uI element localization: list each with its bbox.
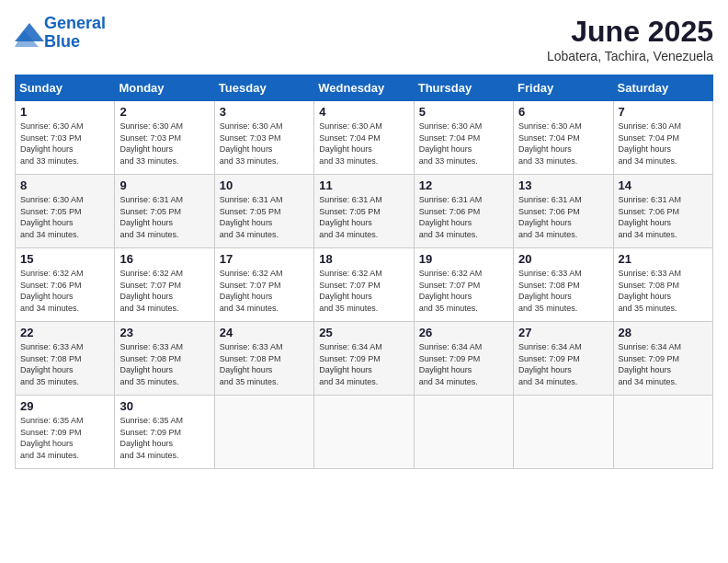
calendar-cell xyxy=(414,396,513,469)
day-number: 30 xyxy=(119,399,209,413)
day-number: 16 xyxy=(119,252,209,266)
day-number: 20 xyxy=(518,252,608,266)
day-number: 24 xyxy=(220,326,309,339)
calendar-cell: 27 Sunrise: 6:34 AM Sunset: 7:09 PM Dayl… xyxy=(514,322,613,396)
cell-info: Sunrise: 6:30 AM Sunset: 7:04 PM Dayligh… xyxy=(619,121,708,167)
calendar-cell: 16 Sunrise: 6:32 AM Sunset: 7:07 PM Dayl… xyxy=(115,248,214,322)
calendar-cell: 19 Sunrise: 6:32 AM Sunset: 7:07 PM Dayl… xyxy=(414,248,513,322)
cell-info: Sunrise: 6:32 AM Sunset: 7:07 PM Dayligh… xyxy=(319,268,408,314)
calendar-cell: 24 Sunrise: 6:33 AM Sunset: 7:08 PM Dayl… xyxy=(214,322,313,396)
cell-info: Sunrise: 6:33 AM Sunset: 7:08 PM Dayligh… xyxy=(518,268,608,314)
day-number: 11 xyxy=(319,178,408,192)
cell-info: Sunrise: 6:31 AM Sunset: 7:05 PM Dayligh… xyxy=(220,194,309,240)
cell-info: Sunrise: 6:31 AM Sunset: 7:05 PM Dayligh… xyxy=(119,194,209,240)
day-number: 23 xyxy=(119,326,209,339)
day-number: 5 xyxy=(419,105,508,119)
calendar-cell: 1 Sunrise: 6:30 AM Sunset: 7:03 PM Dayli… xyxy=(16,101,115,175)
cell-info: Sunrise: 6:30 AM Sunset: 7:03 PM Dayligh… xyxy=(220,121,309,167)
calendar-cell: 21 Sunrise: 6:33 AM Sunset: 7:08 PM Dayl… xyxy=(613,248,712,322)
day-number: 12 xyxy=(419,178,508,192)
month-title: June 2025 xyxy=(547,15,713,49)
cell-info: Sunrise: 6:35 AM Sunset: 7:09 PM Dayligh… xyxy=(119,415,209,461)
day-number: 17 xyxy=(220,252,309,266)
location: Lobatera, Tachira, Venezuela xyxy=(547,49,713,63)
calendar-cell: 8 Sunrise: 6:30 AM Sunset: 7:05 PM Dayli… xyxy=(16,175,115,248)
cell-info: Sunrise: 6:33 AM Sunset: 7:08 PM Dayligh… xyxy=(20,341,109,387)
day-number: 18 xyxy=(319,252,408,266)
calendar-cell: 4 Sunrise: 6:30 AM Sunset: 7:04 PM Dayli… xyxy=(314,101,414,175)
cell-info: Sunrise: 6:32 AM Sunset: 7:07 PM Dayligh… xyxy=(419,268,508,314)
weekday-header-thursday: Thursday xyxy=(414,75,513,101)
cell-info: Sunrise: 6:30 AM Sunset: 7:04 PM Dayligh… xyxy=(518,121,608,167)
weekday-header-sunday: Sunday xyxy=(16,75,115,101)
cell-info: Sunrise: 6:31 AM Sunset: 7:06 PM Dayligh… xyxy=(619,194,708,240)
calendar-cell: 28 Sunrise: 6:34 AM Sunset: 7:09 PM Dayl… xyxy=(613,322,712,396)
calendar-cell: 10 Sunrise: 6:31 AM Sunset: 7:05 PM Dayl… xyxy=(214,175,313,248)
cell-info: Sunrise: 6:32 AM Sunset: 7:06 PM Dayligh… xyxy=(20,268,109,314)
day-number: 21 xyxy=(619,252,708,266)
day-number: 7 xyxy=(619,105,708,119)
cell-info: Sunrise: 6:32 AM Sunset: 7:07 PM Dayligh… xyxy=(220,268,309,314)
day-number: 25 xyxy=(319,326,408,339)
weekday-header-monday: Monday xyxy=(115,75,214,101)
calendar-cell: 23 Sunrise: 6:33 AM Sunset: 7:08 PM Dayl… xyxy=(115,322,214,396)
cell-info: Sunrise: 6:33 AM Sunset: 7:08 PM Dayligh… xyxy=(619,268,708,314)
day-number: 1 xyxy=(20,105,109,119)
calendar-cell: 29 Sunrise: 6:35 AM Sunset: 7:09 PM Dayl… xyxy=(16,396,115,469)
logo-text: General Blue xyxy=(44,15,106,52)
calendar-cell: 2 Sunrise: 6:30 AM Sunset: 7:03 PM Dayli… xyxy=(115,101,214,175)
calendar-cell: 25 Sunrise: 6:34 AM Sunset: 7:09 PM Dayl… xyxy=(314,322,414,396)
day-number: 26 xyxy=(419,326,508,339)
cell-info: Sunrise: 6:33 AM Sunset: 7:08 PM Dayligh… xyxy=(119,341,209,387)
cell-info: Sunrise: 6:30 AM Sunset: 7:04 PM Dayligh… xyxy=(319,121,408,167)
calendar-cell: 5 Sunrise: 6:30 AM Sunset: 7:04 PM Dayli… xyxy=(414,101,513,175)
calendar-cell: 9 Sunrise: 6:31 AM Sunset: 7:05 PM Dayli… xyxy=(115,175,214,248)
calendar-cell: 11 Sunrise: 6:31 AM Sunset: 7:05 PM Dayl… xyxy=(314,175,414,248)
cell-info: Sunrise: 6:30 AM Sunset: 7:03 PM Dayligh… xyxy=(20,121,109,167)
cell-info: Sunrise: 6:32 AM Sunset: 7:07 PM Dayligh… xyxy=(119,268,209,314)
cell-info: Sunrise: 6:31 AM Sunset: 7:05 PM Dayligh… xyxy=(319,194,408,240)
cell-info: Sunrise: 6:30 AM Sunset: 7:04 PM Dayligh… xyxy=(419,121,508,167)
cell-info: Sunrise: 6:31 AM Sunset: 7:06 PM Dayligh… xyxy=(518,194,608,240)
cell-info: Sunrise: 6:30 AM Sunset: 7:05 PM Dayligh… xyxy=(20,194,109,240)
day-number: 2 xyxy=(119,105,209,119)
day-number: 10 xyxy=(220,178,309,192)
day-number: 8 xyxy=(20,178,109,192)
day-number: 19 xyxy=(419,252,508,266)
weekday-header-saturday: Saturday xyxy=(613,75,712,101)
calendar-cell: 6 Sunrise: 6:30 AM Sunset: 7:04 PM Dayli… xyxy=(514,101,613,175)
day-number: 27 xyxy=(518,326,608,339)
cell-info: Sunrise: 6:34 AM Sunset: 7:09 PM Dayligh… xyxy=(518,341,608,387)
day-number: 15 xyxy=(20,252,109,266)
calendar-cell: 3 Sunrise: 6:30 AM Sunset: 7:03 PM Dayli… xyxy=(214,101,313,175)
calendar-cell: 15 Sunrise: 6:32 AM Sunset: 7:06 PM Dayl… xyxy=(16,248,115,322)
calendar-cell: 18 Sunrise: 6:32 AM Sunset: 7:07 PM Dayl… xyxy=(314,248,414,322)
weekday-header-wednesday: Wednesday xyxy=(314,75,414,101)
weekday-header-friday: Friday xyxy=(514,75,613,101)
calendar-cell: 30 Sunrise: 6:35 AM Sunset: 7:09 PM Dayl… xyxy=(115,396,214,469)
calendar-cell xyxy=(514,396,613,469)
day-number: 14 xyxy=(619,178,708,192)
calendar-table: SundayMondayTuesdayWednesdayThursdayFrid… xyxy=(15,75,713,469)
page-header: General Blue June 2025 Lobatera, Tachira… xyxy=(15,15,713,63)
cell-info: Sunrise: 6:35 AM Sunset: 7:09 PM Dayligh… xyxy=(20,415,109,461)
calendar-cell: 17 Sunrise: 6:32 AM Sunset: 7:07 PM Dayl… xyxy=(214,248,313,322)
day-number: 28 xyxy=(619,326,708,339)
calendar-cell xyxy=(314,396,414,469)
calendar-cell: 26 Sunrise: 6:34 AM Sunset: 7:09 PM Dayl… xyxy=(414,322,513,396)
cell-info: Sunrise: 6:34 AM Sunset: 7:09 PM Dayligh… xyxy=(419,341,508,387)
title-block: June 2025 Lobatera, Tachira, Venezuela xyxy=(547,15,713,63)
weekday-header-tuesday: Tuesday xyxy=(214,75,313,101)
day-number: 6 xyxy=(518,105,608,119)
calendar-cell xyxy=(214,396,313,469)
day-number: 3 xyxy=(220,105,309,119)
day-number: 22 xyxy=(20,326,109,339)
calendar-cell: 14 Sunrise: 6:31 AM Sunset: 7:06 PM Dayl… xyxy=(613,175,712,248)
cell-info: Sunrise: 6:31 AM Sunset: 7:06 PM Dayligh… xyxy=(419,194,508,240)
cell-info: Sunrise: 6:33 AM Sunset: 7:08 PM Dayligh… xyxy=(220,341,309,387)
calendar-cell: 22 Sunrise: 6:33 AM Sunset: 7:08 PM Dayl… xyxy=(16,322,115,396)
calendar-cell: 13 Sunrise: 6:31 AM Sunset: 7:06 PM Dayl… xyxy=(514,175,613,248)
day-number: 13 xyxy=(518,178,608,192)
calendar-cell: 12 Sunrise: 6:31 AM Sunset: 7:06 PM Dayl… xyxy=(414,175,513,248)
calendar-cell: 7 Sunrise: 6:30 AM Sunset: 7:04 PM Dayli… xyxy=(613,101,712,175)
